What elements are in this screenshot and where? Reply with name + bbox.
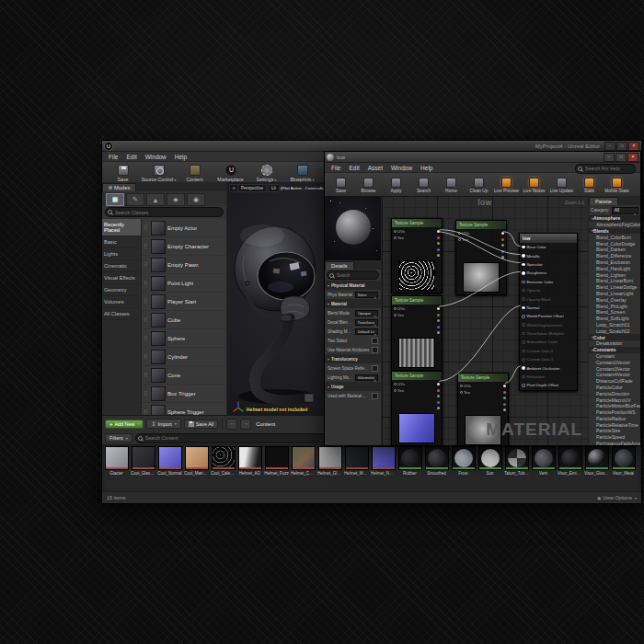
asset-tile[interactable]: Helmet_Fuzz [264, 446, 289, 489]
placeable-item[interactable]: Cylinder [142, 348, 226, 366]
material-pin[interactable]: World Displacement [520, 321, 577, 329]
material-pin[interactable]: Refraction [520, 373, 577, 381]
details-row[interactable]: Lighting Mode Volumetric [325, 373, 381, 382]
palette-item[interactable]: Blend_SoftLight [589, 316, 640, 322]
input-pin[interactable] [394, 314, 397, 316]
details-row[interactable]: Use Material Attributes [325, 345, 381, 354]
asset-tile[interactable]: Smoothed [424, 446, 449, 489]
material-pin[interactable]: Opacity Mask [520, 294, 577, 303]
toolbar-button[interactable]: Live Update [548, 178, 575, 193]
palette-item[interactable]: Loop_Scratch02 [589, 328, 640, 334]
maximize-button[interactable]: □ [615, 153, 627, 162]
material-pin[interactable]: Ambient Occlusion [520, 363, 577, 372]
palette-item[interactable]: Constant2Vector [589, 359, 640, 365]
asset-tile[interactable]: Visor_Metal [611, 446, 636, 489]
add-new-button[interactable]: Add New [105, 420, 144, 429]
toolbar-button[interactable]: Live Preview [493, 178, 520, 193]
asset-tile[interactable]: Vent [531, 446, 556, 489]
material-pin[interactable]: Base Color [520, 243, 577, 251]
details-search-input[interactable]: Search [327, 270, 379, 280]
menu-item[interactable]: Asset [364, 165, 386, 171]
mode-button[interactable]: ✎ [126, 193, 144, 206]
palette-item[interactable]: ParticlePositionWS [589, 409, 640, 416]
toolbar-button[interactable]: Marketplace [213, 165, 247, 182]
menu-item[interactable]: Help [171, 154, 190, 160]
toolbar-button[interactable]: Stats [576, 178, 603, 193]
palette-item[interactable]: ParticleSize [589, 428, 640, 434]
output-pin-r[interactable] [501, 238, 504, 241]
placeable-item[interactable]: Empty Character [142, 237, 226, 256]
input-pin[interactable] [460, 391, 463, 394]
minimize-button[interactable]: − [604, 153, 615, 162]
details-row[interactable]: Used with Skeletal Mesh [325, 391, 381, 400]
palette-item[interactable]: Loop_Scratch01 [589, 322, 640, 328]
palette-item[interactable]: Atmosphere [589, 215, 640, 222]
details-row[interactable]: Blend Mode Opaque [325, 308, 381, 317]
details-row[interactable]: Usage [325, 382, 381, 391]
input-pin[interactable] [394, 236, 397, 239]
menu-item[interactable]: File [105, 154, 121, 160]
palette-tab[interactable]: Palette [589, 197, 618, 205]
toolbar-button[interactable]: Settings [249, 165, 283, 182]
mode-button[interactable]: ▦ [106, 193, 124, 206]
perspective-button[interactable]: Perspective [237, 184, 267, 192]
asset-tile[interactable]: Cool_Marines_UE [184, 446, 209, 489]
asset-tile[interactable]: Glacier [104, 446, 129, 489]
palette-item[interactable]: Blend_PinLight [589, 303, 640, 309]
modes-tab[interactable]: Modes [102, 183, 136, 191]
output-pin-a[interactable] [437, 254, 440, 257]
palette-item[interactable]: Constant3Vector [589, 365, 640, 372]
input-pin[interactable] [394, 230, 397, 233]
output-pin-a[interactable] [501, 256, 504, 259]
palette-item[interactable]: Blend_Difference [589, 253, 640, 259]
maximize-button[interactable]: □ [616, 142, 627, 151]
details-row[interactable]: Shading Model Default Lit [325, 327, 381, 336]
asset-tile[interactable]: Helmet_Color [291, 446, 316, 489]
toolbar-button[interactable]: Home [438, 178, 465, 193]
details-row[interactable]: Phys Material None [325, 290, 381, 299]
asset-tile[interactable]: Visor_Gloss_UE [584, 446, 609, 489]
material-output-node[interactable]: low Base Color Metallic [519, 233, 578, 391]
asset-tile[interactable]: Helmet_Normal [371, 446, 396, 489]
placeable-item[interactable]: Cone [142, 366, 226, 385]
output-pin-rgb[interactable] [437, 307, 440, 310]
forward-button[interactable] [240, 419, 251, 430]
toolbar-button[interactable]: Source Control [142, 165, 176, 182]
details-tab[interactable]: Details [325, 261, 354, 270]
toolbar-button[interactable]: Apply [383, 178, 409, 193]
input-pin[interactable] [394, 389, 397, 392]
toolbar-button[interactable]: Blueprints [285, 165, 319, 182]
palette-item[interactable]: ParticleMacroUV [589, 397, 640, 403]
material-preview-viewport[interactable] [325, 196, 382, 260]
asset-tile[interactable]: Helmet_Metal [344, 446, 369, 489]
help-search-input[interactable]: Search For Help [575, 164, 636, 174]
filters-button[interactable]: Filters [105, 433, 132, 443]
toolbar-button[interactable]: Save [328, 178, 354, 193]
output-pin-b[interactable] [437, 248, 440, 251]
view-options-button[interactable]: View Options [597, 495, 637, 500]
output-pin-b[interactable] [437, 401, 440, 404]
property-dropdown[interactable]: None [355, 292, 378, 298]
toolbar-button[interactable]: Search [410, 178, 437, 193]
material-titlebar[interactable]: low − □ × [325, 152, 640, 163]
palette-item[interactable]: ParticleRelativeTime [589, 421, 640, 428]
modes-search-input[interactable]: Search Classes [105, 207, 224, 217]
palette-item[interactable]: Desaturation [589, 340, 640, 347]
palette-item[interactable]: AtmosphericFogColor [589, 222, 640, 228]
output-pin-g[interactable] [437, 319, 440, 322]
details-row[interactable]: Translucency [325, 354, 381, 363]
property-checkbox[interactable] [372, 347, 378, 353]
input-pin[interactable] [394, 383, 397, 385]
output-pin-g[interactable] [437, 242, 440, 245]
toolbar-button[interactable]: Browse [355, 178, 382, 193]
back-button[interactable] [226, 419, 237, 430]
texture-sample-node[interactable]: Texture Sample UVs Tex [391, 218, 443, 293]
modes-category[interactable]: Cinematic [102, 260, 141, 272]
palette-item[interactable]: Blends [589, 228, 640, 235]
asset-tile[interactable]: Helmet_AO [237, 446, 262, 489]
placeable-item[interactable]: Point Light [142, 274, 226, 293]
material-pin[interactable]: Opacity [520, 286, 577, 294]
details-row[interactable]: Physical Material [325, 281, 381, 290]
output-pin-rgb[interactable] [501, 232, 504, 235]
toolbar-button[interactable]: Mobile Stats [604, 178, 630, 193]
